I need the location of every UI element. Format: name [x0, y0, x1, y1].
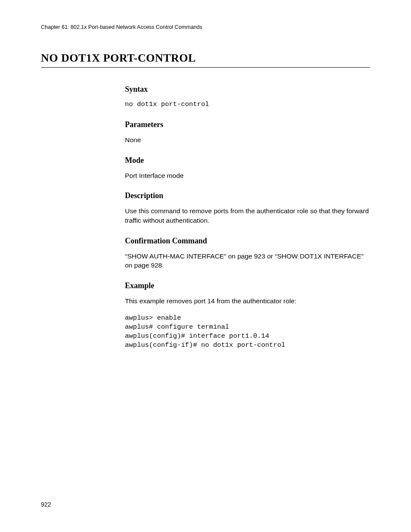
- description-heading: Description: [125, 191, 370, 200]
- command-title: NO DOT1X PORT-CONTROL: [41, 52, 370, 68]
- content-body: Syntax no dot1x port-control Parameters …: [125, 85, 370, 349]
- confirmation-heading: Confirmation Command: [125, 236, 370, 246]
- parameters-body: None: [125, 135, 370, 145]
- parameters-heading: Parameters: [125, 120, 370, 129]
- example-intro: This example removes port 14 from the au…: [125, 296, 370, 306]
- description-body: Use this command to remove ports from th…: [125, 206, 370, 225]
- syntax-heading: Syntax: [125, 85, 370, 94]
- example-code: awplus> enable awplus# configure termina…: [125, 314, 370, 350]
- example-heading: Example: [125, 281, 370, 290]
- mode-body: Port Interface mode: [125, 171, 370, 180]
- chapter-header: Chapter 61: 802.1x Port-based Network Ac…: [41, 24, 370, 30]
- syntax-body: no dot1x port-control: [125, 100, 370, 109]
- confirmation-body: “SHOW AUTH-MAC INTERFACE” on page 923 or…: [125, 252, 370, 270]
- mode-heading: Mode: [125, 156, 370, 165]
- page-number: 922: [41, 501, 51, 508]
